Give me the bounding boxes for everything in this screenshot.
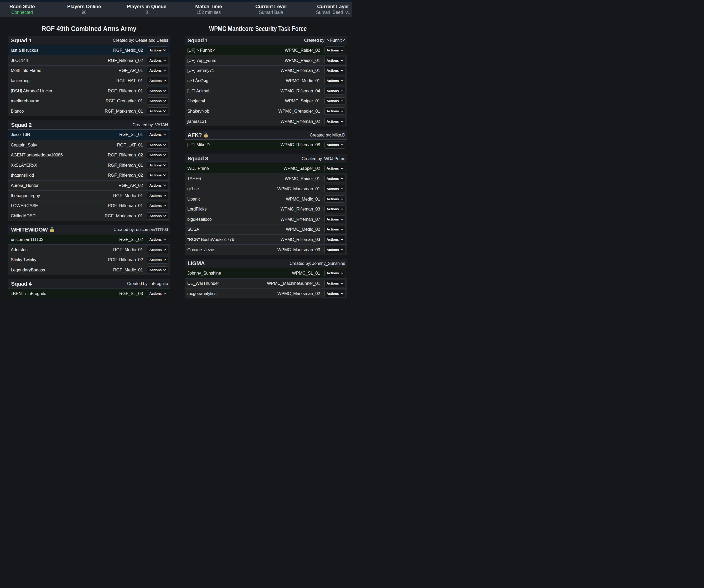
svg-text:WPMC Manticore Security Task F: WPMC Manticore Security Task Force xyxy=(209,25,307,32)
svg-text:RGF 49th Combined Arms Army: RGF 49th Combined Arms Army xyxy=(42,25,136,32)
